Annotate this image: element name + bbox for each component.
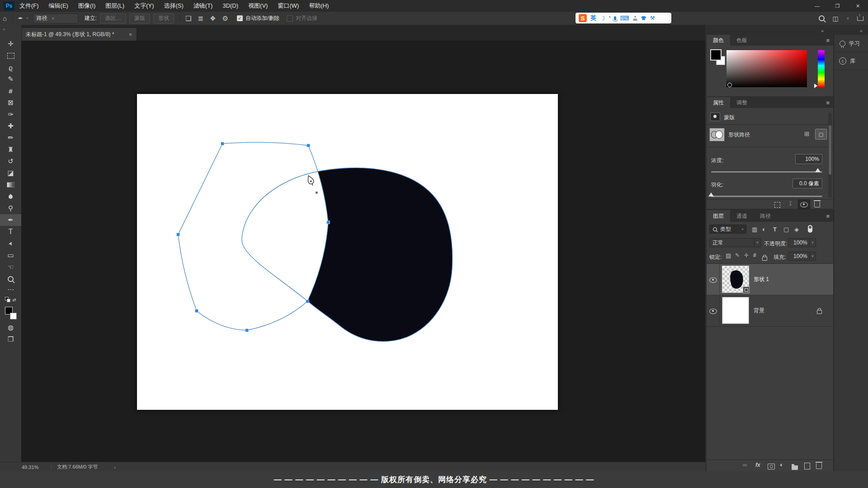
pen-tool-preset-icon[interactable]: ✒ [18, 15, 23, 22]
path-anchor[interactable] [195, 310, 198, 313]
add-mask-icon[interactable]: ⊞ [804, 130, 810, 137]
layer-row-background[interactable]: 背景 [707, 295, 833, 326]
menu-window[interactable]: 窗口(W) [273, 0, 304, 12]
new-layer-icon[interactable] [804, 463, 810, 471]
vector-mask-button[interactable]: ▢ [815, 129, 827, 140]
screen-mode-button[interactable]: ❐ [0, 333, 21, 345]
tab-swatches[interactable]: 色板 [730, 35, 754, 46]
blend-mode-dropdown[interactable]: 正常 ˅ [709, 238, 761, 247]
tab-channels[interactable]: 通道 [730, 210, 754, 222]
panel-menu-icon[interactable]: ≡ [826, 35, 833, 46]
quick-selection-tool[interactable]: ✎ [0, 73, 21, 85]
close-tab-icon[interactable]: ✕ [125, 32, 137, 37]
move-tool[interactable]: ✛ [0, 38, 21, 50]
mask-visibility-button[interactable] [798, 200, 810, 209]
pen-tool[interactable]: ✒ [0, 214, 21, 226]
menu-file[interactable]: 文件(F) [14, 0, 44, 12]
hue-slider-pointer[interactable] [814, 84, 817, 88]
menu-view[interactable]: 视图(V) [243, 0, 273, 12]
path-alignment-icon[interactable]: ≣ [198, 14, 203, 23]
filter-smart-objects-icon[interactable]: ◈ [794, 226, 799, 233]
punctuation-icon[interactable]: ❜ [609, 15, 611, 21]
eraser-tool[interactable]: ◪ [0, 167, 21, 179]
layer-thumbnail-shape1[interactable] [722, 266, 749, 293]
density-slider-thumb[interactable] [815, 168, 821, 172]
lock-all-icon[interactable] [762, 254, 767, 263]
make-mask-button[interactable]: 蒙版 [129, 14, 150, 23]
document-tab[interactable]: 未标题-1 @ 49.3% (形状 1, RGB/8) * ✕ [21, 28, 137, 41]
restore-button[interactable]: ❐ [827, 0, 848, 12]
toolbar-collapse-icon[interactable]: » [0, 25, 21, 32]
menu-type[interactable]: 文字(Y) [129, 0, 159, 12]
path-operations-icon[interactable]: ❏ [185, 14, 191, 23]
lock-paint-icon[interactable]: ✎ [735, 252, 740, 258]
delete-layer-trash-icon[interactable] [816, 462, 822, 471]
blur-tool[interactable] [0, 191, 21, 202]
fill-value[interactable]: 100% ˅ [788, 252, 816, 261]
workspace-icon[interactable]: ◫ [833, 15, 839, 22]
density-slider[interactable] [711, 171, 822, 173]
link-layers-icon[interactable]: ∞ [743, 461, 747, 468]
crop-tool[interactable]: # [0, 85, 21, 97]
menu-help[interactable]: 帮助(H) [304, 0, 334, 12]
foreground-background-swatches[interactable] [0, 305, 21, 322]
filter-adjustment-layers-icon[interactable]: ◐ [762, 226, 766, 233]
skin-icon[interactable] [641, 16, 646, 20]
tool-mode-dropdown[interactable]: 路径 ˅ [33, 14, 78, 23]
path-arrangement-icon[interactable]: ❖ [210, 14, 216, 23]
eyedropper-tool[interactable]: ✑ [0, 108, 21, 120]
layer-style-fx-icon[interactable]: fx [755, 462, 760, 468]
night-mode-icon[interactable]: ☽ [600, 15, 605, 22]
feather-slider-thumb[interactable] [708, 192, 714, 197]
menu-image[interactable]: 图像(I) [73, 0, 100, 12]
density-value[interactable]: 100% [795, 154, 822, 164]
quick-mask-button[interactable]: ◍ [0, 322, 21, 333]
voice-input-icon[interactable] [614, 16, 616, 20]
brush-tool[interactable]: ✏ [0, 132, 21, 144]
close-button[interactable]: ✕ [848, 0, 868, 12]
add-layer-mask-icon[interactable] [768, 463, 775, 471]
layer-filter-search[interactable]: 类型 ˅ [709, 225, 746, 234]
swap-colors-button[interactable]: ⇄ [0, 295, 21, 305]
path-anchor[interactable] [245, 329, 249, 332]
adjustment-layer-icon[interactable]: ◐ [780, 461, 783, 468]
clone-stamp-tool[interactable]: ♜ [0, 144, 21, 155]
edit-toolbar-button[interactable]: ⋯ [0, 285, 21, 295]
zoom-tool[interactable] [0, 273, 21, 285]
color-gradient-field[interactable] [726, 50, 807, 87]
filter-type-layers-icon[interactable]: T [773, 226, 777, 233]
history-brush-tool[interactable]: ↺ [0, 155, 21, 167]
canvas-area[interactable]: ✳ [21, 41, 705, 462]
tab-layers[interactable]: 图层 [707, 210, 730, 222]
feather-slider[interactable] [711, 196, 822, 197]
toolbox-wrench-icon[interactable]: ⚒ [650, 15, 655, 21]
lock-artboard-icon[interactable]: # [753, 252, 756, 258]
home-icon[interactable]: ⌂ [3, 14, 7, 22]
tab-color[interactable]: 颜色 [707, 35, 730, 46]
marquee-tool[interactable] [0, 50, 21, 61]
ime-language-toggle[interactable]: 英 [590, 14, 596, 22]
chevron-down-icon[interactable]: ˅ [847, 16, 849, 21]
status-chevron-icon[interactable]: › [114, 465, 116, 470]
color-picker-ring[interactable] [727, 83, 732, 87]
soft-keyboard-icon[interactable]: ⌨ [620, 14, 629, 22]
menu-edit[interactable]: 编辑(E) [44, 0, 73, 12]
panel-menu-icon[interactable]: ≡ [826, 97, 833, 108]
mask-edge-icon[interactable] [774, 202, 780, 210]
learn-panel-button[interactable]: 学习 [834, 35, 868, 52]
tab-properties[interactable]: 属性 [707, 97, 730, 108]
opacity-value[interactable]: 100% ˅ [788, 238, 816, 247]
delete-mask-icon[interactable] [814, 200, 820, 209]
lasso-tool[interactable]: ϱ [0, 61, 21, 73]
gradient-tool[interactable] [0, 179, 21, 191]
menu-select[interactable]: 选择(S) [159, 0, 188, 12]
layer-visibility-eye-icon[interactable] [709, 308, 717, 316]
hue-strip[interactable] [818, 50, 825, 87]
make-selection-button[interactable]: 选区… [100, 14, 126, 23]
zoom-level-value[interactable]: 49.31% [22, 465, 38, 470]
align-edges-checkbox[interactable] [287, 15, 293, 22]
layer-thumbnail-background[interactable] [722, 297, 749, 324]
layer-visibility-eye-icon[interactable] [709, 277, 717, 285]
properties-scrollbar[interactable] [828, 113, 832, 197]
menu-layer[interactable]: 图层(L) [100, 0, 129, 12]
